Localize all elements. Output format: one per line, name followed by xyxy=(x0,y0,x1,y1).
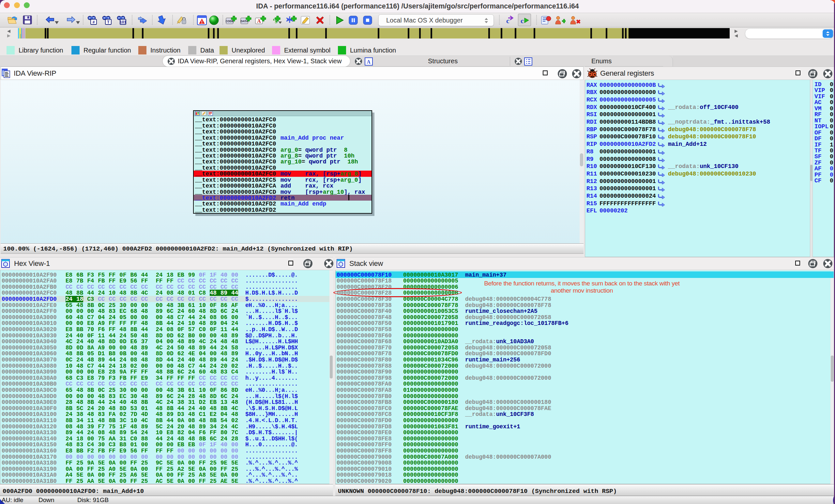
svg-text:T: T xyxy=(107,20,109,24)
svg-text:A: A xyxy=(367,59,370,65)
svg-text:c: c xyxy=(521,17,524,25)
svg-text:!: ! xyxy=(201,20,203,24)
svg-text:CODE: CODE xyxy=(226,20,234,23)
svg-text:A: A xyxy=(257,18,261,24)
svg-text:#: # xyxy=(93,20,95,24)
svg-text:101: 101 xyxy=(120,20,126,24)
svg-text:DATA: DATA xyxy=(240,20,248,23)
